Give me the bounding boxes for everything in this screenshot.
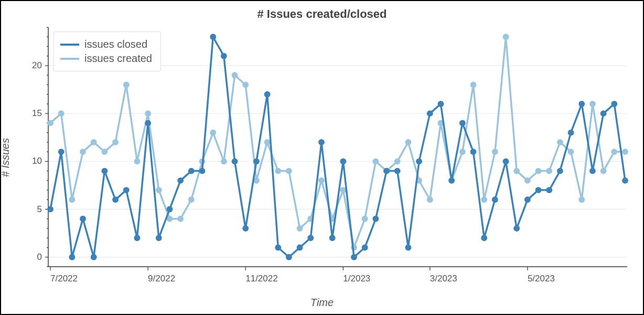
data-point	[352, 255, 356, 259]
x-tick-label: 1/2023	[343, 274, 370, 284]
data-point	[558, 140, 562, 144]
data-point	[297, 226, 302, 230]
data-point	[265, 92, 269, 96]
data-point	[287, 255, 291, 259]
data-point	[428, 197, 432, 202]
data-point	[59, 111, 63, 116]
data-point	[536, 188, 540, 192]
data-point	[373, 217, 378, 221]
chart-container: # Issues created/closed # Issues Time is…	[0, 0, 644, 315]
data-point	[525, 197, 530, 202]
data-point	[48, 207, 52, 211]
y-tick-label: 15	[32, 108, 42, 118]
data-point	[276, 245, 280, 249]
data-point	[211, 35, 215, 39]
y-tick-label: 0	[37, 252, 42, 262]
data-point	[503, 35, 508, 39]
data-point	[287, 169, 291, 173]
data-point	[200, 169, 204, 173]
data-point	[92, 140, 96, 144]
data-point	[222, 54, 226, 58]
x-tick-label: 5/2023	[528, 274, 555, 284]
data-point	[406, 245, 410, 249]
data-point	[623, 150, 627, 154]
data-point	[373, 159, 378, 163]
data-point	[81, 150, 85, 154]
data-point	[417, 159, 421, 163]
data-point	[243, 226, 248, 230]
y-axis-label: # Issues	[0, 138, 12, 177]
data-point	[102, 169, 106, 173]
data-point	[157, 236, 161, 240]
data-point	[460, 150, 465, 154]
data-point	[70, 255, 74, 259]
data-point	[460, 121, 465, 125]
x-tick-label: 9/2022	[148, 274, 175, 284]
data-point	[319, 178, 324, 183]
data-point	[146, 111, 150, 116]
data-point	[547, 188, 551, 192]
data-point	[395, 169, 400, 173]
data-point	[482, 236, 486, 240]
data-point	[70, 197, 74, 202]
data-point	[124, 188, 128, 192]
data-point	[395, 159, 400, 163]
legend-swatch-created	[60, 58, 79, 60]
data-point	[59, 150, 63, 154]
x-axis-label: Time	[1, 297, 643, 309]
data-point	[102, 150, 106, 154]
data-point	[113, 140, 117, 144]
data-point	[601, 169, 605, 173]
data-point	[319, 140, 324, 144]
data-point	[471, 150, 475, 154]
data-point	[482, 197, 486, 202]
data-point	[514, 226, 519, 230]
y-tick-label: 5	[37, 204, 42, 214]
data-point	[189, 169, 194, 173]
data-point	[124, 82, 128, 87]
data-point	[92, 255, 96, 259]
data-point	[330, 236, 334, 240]
data-point	[568, 130, 573, 134]
x-tick-label: 3/2023	[430, 274, 457, 284]
data-point	[579, 197, 584, 202]
data-point	[48, 121, 52, 125]
data-point	[276, 169, 280, 173]
data-point	[591, 102, 595, 106]
data-point	[579, 102, 584, 106]
y-tick-label: 10	[32, 156, 42, 166]
data-point	[211, 130, 215, 134]
data-point	[254, 159, 259, 163]
chart-title: # Issues created/closed	[1, 7, 643, 21]
data-point	[612, 150, 616, 154]
legend-item-created: issues created	[60, 51, 152, 66]
data-point	[568, 150, 573, 154]
data-point	[232, 73, 237, 77]
data-point	[503, 159, 508, 163]
data-point	[265, 140, 269, 144]
data-point	[449, 178, 454, 183]
y-tick-label: 20	[32, 60, 42, 70]
data-point	[232, 159, 237, 163]
data-point	[623, 178, 627, 183]
data-point	[493, 197, 497, 202]
data-point	[406, 140, 410, 144]
data-point	[536, 169, 540, 173]
data-point	[135, 159, 139, 163]
data-point	[362, 245, 367, 249]
data-point	[146, 121, 150, 125]
legend-item-closed: issues closed	[60, 37, 152, 51]
data-point	[178, 217, 183, 221]
legend: issues closed issues created	[53, 32, 161, 71]
data-point	[135, 236, 139, 240]
legend-label-closed: issues closed	[84, 38, 147, 50]
data-point	[113, 197, 117, 202]
data-point	[525, 178, 530, 183]
data-point	[558, 169, 562, 173]
data-point	[384, 169, 389, 173]
data-point	[157, 188, 161, 192]
data-point	[612, 102, 616, 106]
data-point	[362, 217, 367, 221]
data-point	[341, 159, 345, 163]
data-point	[547, 169, 551, 173]
